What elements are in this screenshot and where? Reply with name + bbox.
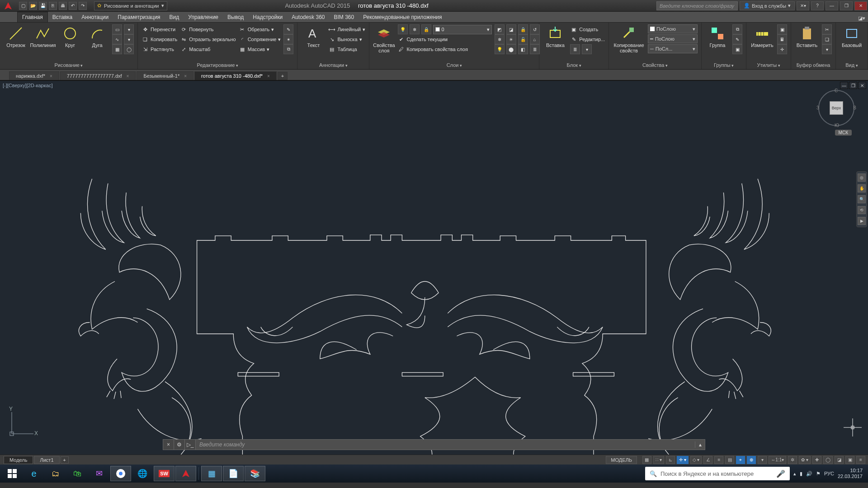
tool-insert[interactable]: Вставка [543, 24, 567, 48]
layon-icon[interactable]: 💡 [495, 44, 505, 54]
ribbon-tab-a360[interactable]: Autodesk 360 [287, 12, 329, 22]
ellipse-icon[interactable]: ◯ [124, 44, 134, 54]
transparency-toggle[interactable]: ▤ [725, 456, 734, 464]
annovis-toggle[interactable]: ✲ [788, 456, 797, 464]
qat-save-icon[interactable]: 💾 [39, 2, 47, 10]
close-icon[interactable]: × [184, 74, 187, 79]
add-layout-button[interactable]: + [61, 456, 69, 464]
taskbar-mail[interactable]: ✉ [89, 466, 109, 481]
tray-network-icon[interactable]: ▮ [800, 471, 802, 477]
command-line[interactable]: × ⚙ ▷_ Введите команду ▴ [163, 439, 705, 450]
tool-paste[interactable]: Вставить [795, 24, 819, 48]
window-restore[interactable]: ❐ [840, 1, 853, 10]
tool-stretch[interactable]: ⇲Растянуть [142, 44, 177, 54]
qat-plot-icon[interactable]: 🖶 [59, 2, 67, 10]
groupsel-icon[interactable]: ▣ [732, 44, 742, 54]
panel-groups-title[interactable]: Группы [714, 62, 734, 68]
tray-clock[interactable]: 10:17 22.03.2017 [838, 468, 863, 479]
tool-measure[interactable]: Измерить [750, 24, 774, 48]
cleanscreen-toggle[interactable]: ▣ [845, 456, 854, 464]
taskbar-browser[interactable]: 🌐 [132, 466, 153, 481]
tool-baseview[interactable]: Базовый [840, 24, 864, 48]
linetype-combo[interactable]: ─ПоСл...▾ [648, 44, 698, 53]
tool-mirror[interactable]: ⇋Отразить зеркально [180, 34, 236, 44]
nav-showmotion-icon[interactable]: ▶ [858, 217, 866, 225]
window-close[interactable]: ✕ [854, 1, 867, 10]
tool-layer-props[interactable]: Свойства слоя [373, 24, 395, 53]
file-tab[interactable]: нарижка.dxf*× [9, 71, 59, 80]
start-button[interactable] [2, 466, 23, 481]
snap-toggle[interactable]: ∷ ▾ [653, 456, 664, 464]
laystate-icon[interactable]: ≣ [530, 44, 540, 54]
tool-table[interactable]: ▤Таблица [328, 44, 365, 54]
taskbar-autocad[interactable] [175, 466, 196, 481]
tool-match-layer[interactable]: 🖊Копировать свойства слоя [398, 44, 492, 54]
tool-array[interactable]: ▦Массив ▾ [239, 44, 281, 54]
erase-icon[interactable]: ✎ [283, 24, 293, 34]
ribbon-tab-home[interactable]: Главная [17, 12, 48, 22]
ribbon-tab-manage[interactable]: Управление [184, 12, 223, 22]
ungroup-icon[interactable]: ⧉ [732, 24, 742, 34]
bulb-icon[interactable]: 💡 [398, 24, 408, 34]
panel-view-title[interactable]: Вид [845, 62, 858, 68]
color-combo[interactable]: ПоСлою▾ [648, 24, 698, 33]
nav-orbit-icon[interactable]: ⟲ [858, 206, 866, 214]
tray-volume-icon[interactable]: 🔊 [806, 471, 812, 477]
exchange-button[interactable]: ✕▾ [797, 1, 809, 10]
qat-redo-icon[interactable]: ↷ [79, 2, 87, 10]
offset-icon[interactable]: ⧉ [283, 44, 293, 54]
ortho-toggle[interactable]: ⊾ [666, 456, 675, 464]
grid-toggle[interactable]: ▦ [642, 456, 651, 464]
close-icon[interactable]: × [50, 74, 52, 79]
tool-block-edit[interactable]: ✎Редактир... [570, 34, 605, 44]
app-menu-icon[interactable] [3, 0, 14, 11]
layout-tab-sheet1[interactable]: Лист1 [34, 456, 59, 464]
panel-modify-title[interactable]: Редактирование [197, 62, 238, 68]
command-input[interactable]: Введите команду [196, 441, 695, 448]
tool-copy[interactable]: ❏Копировать [142, 34, 177, 44]
viewcube[interactable]: Верх С Ю В З [818, 90, 854, 126]
copyclip-icon[interactable]: ❏ [822, 34, 832, 44]
tray-expand-icon[interactable]: ▴ [793, 471, 796, 477]
iso-icon[interactable]: ◩ [495, 24, 505, 34]
tool-rotate[interactable]: ⟳Повернуть [180, 24, 236, 34]
lock-icon[interactable]: 🔒 [421, 24, 431, 34]
ribbon-tab-annotate[interactable]: Аннотации [77, 12, 113, 22]
layfrz-icon[interactable]: ❄ [495, 34, 505, 44]
spline-icon[interactable]: ∿ [112, 34, 122, 44]
yandex-search[interactable]: 🔍 Поиск в Яндексе и на компьютере 🎤 [645, 467, 790, 480]
nav-pan-icon[interactable]: ✋ [858, 184, 866, 192]
dyninput-toggle[interactable]: ⊕ [747, 456, 756, 464]
pastespec-icon[interactable]: ▾ [822, 44, 832, 54]
file-tab[interactable]: 77777777777777777.dxf× [60, 71, 136, 80]
taskbar-app1[interactable]: ▦ [201, 466, 222, 481]
help-button[interactable]: ? [811, 1, 824, 10]
taskbar-ie[interactable]: e [24, 466, 44, 481]
tool-leader[interactable]: ↘Выноска ▾ [328, 34, 365, 44]
qat-undo-icon[interactable]: ↶ [69, 2, 77, 10]
rect-icon[interactable]: ▭ [112, 24, 122, 34]
tool-group[interactable]: Группа [705, 24, 730, 48]
polar-toggle[interactable]: ✛ ▾ [677, 456, 689, 464]
taskbar-store[interactable]: 🛍 [67, 466, 88, 481]
taskbar-chrome[interactable] [110, 466, 131, 481]
qat-saveas-icon[interactable]: ⎘ [49, 2, 57, 10]
close-icon[interactable]: × [267, 74, 270, 79]
otrack-toggle[interactable]: ∠ [703, 456, 712, 464]
layoff-icon[interactable]: ◪ [506, 24, 516, 34]
taskbar-explorer[interactable]: 🗂 [45, 466, 66, 481]
taskbar-notepad[interactable]: 📄 [223, 466, 244, 481]
attr-icon[interactable]: ≣ [570, 44, 580, 54]
layprev-icon[interactable]: ↺ [530, 24, 540, 34]
ribbon-tab-output[interactable]: Вывод [223, 12, 248, 22]
tool-circle[interactable]: Круг [58, 24, 82, 48]
cmd-history-icon[interactable]: ▴ [695, 441, 705, 448]
attr2-icon[interactable]: ▾ [582, 44, 592, 54]
tray-flag-icon[interactable]: ⚑ [816, 471, 821, 477]
tool-block-create[interactable]: ▣Создать [570, 24, 605, 34]
signin-button[interactable]: 👤 Вход в службы ▾ [740, 1, 795, 10]
ribbon-tab-featured[interactable]: Рекомендованные приложения [359, 12, 446, 22]
qprops-toggle[interactable]: ▾ [758, 456, 767, 464]
new-tab-button[interactable]: + [278, 72, 288, 80]
ribbon-tab-insert[interactable]: Вставка [48, 12, 77, 22]
